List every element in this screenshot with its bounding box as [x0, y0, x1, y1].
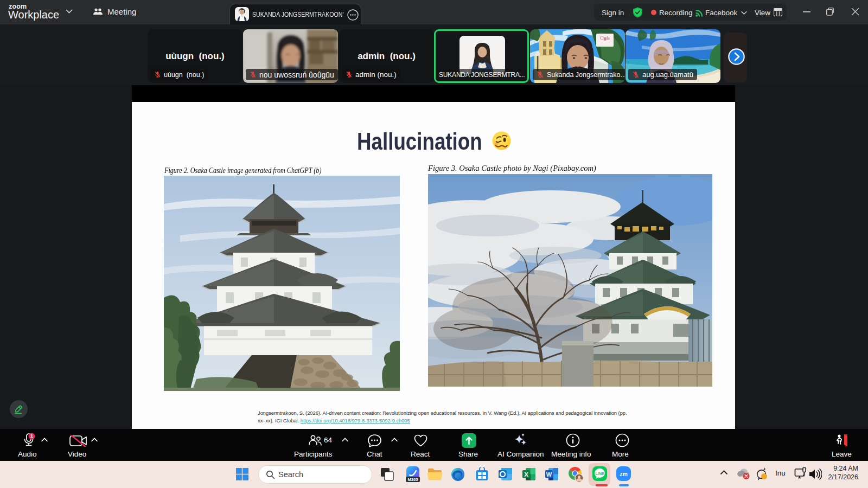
svg-text:1: 1 [30, 433, 33, 439]
svg-text:LINE: LINE [596, 472, 604, 476]
svg-text:W: W [546, 471, 552, 478]
svg-text:M365: M365 [408, 477, 418, 482]
svg-text:X: X [524, 471, 528, 478]
svg-text:zm: zm [620, 471, 628, 477]
